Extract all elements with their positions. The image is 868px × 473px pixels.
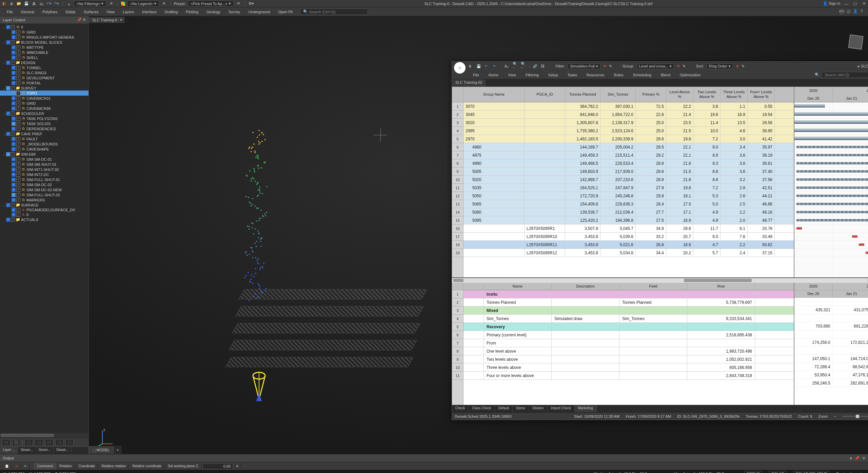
menu-polylines[interactable]: Polylines: [38, 8, 61, 15]
sched-menu-setup[interactable]: Setup: [544, 72, 563, 78]
layer-node[interactable]: ✓✓⧉SIM-SM-DC-02-NEW: [0, 187, 88, 192]
layer-tree[interactable]: -✓✓⧉0✓✓⧉GRID✓✓⧉RINGS-2-IMPORT-GENERA-✓✓📁…: [0, 24, 88, 433]
settings-icon[interactable]: ⚙▾: [249, 1, 254, 6]
save-icon[interactable]: 💾: [24, 1, 29, 6]
cmd-rotation[interactable]: Rotation: [57, 463, 75, 469]
tool-3[interactable]: ⬚: [25, 439, 33, 446]
menu-interface[interactable]: Interface: [138, 8, 161, 15]
axis-gizmo[interactable]: z: [96, 427, 116, 447]
layer-node[interactable]: ✓✓⧉CAVEBACK86: [0, 106, 88, 111]
layer-node[interactable]: ✓✓⧉GRID: [0, 29, 88, 35]
report-tab[interactable]: Marketing: [575, 405, 597, 412]
layer-node[interactable]: ✓✓◔TASK SOLIDS: [0, 121, 88, 126]
layer-node[interactable]: ✓✓⧉SIM-SM-SHUT-01: [0, 162, 88, 167]
summary-row[interactable]: Tonnes PlannedTonnes Planned5,739,779.69…: [463, 298, 794, 307]
print-icon[interactable]: 🖶: [31, 1, 37, 6]
toggle-polar[interactable]: POLAR: [769, 471, 786, 473]
new-icon[interactable]: 🗎: [9, 1, 14, 6]
sched-menu-rules[interactable]: Rules: [609, 72, 628, 78]
sched-undo-icon[interactable]: ↶: [485, 64, 490, 68]
layer-node[interactable]: ✓✓⧉SIM-FULL-SHUT-01: [0, 177, 88, 182]
sched-unlink-icon[interactable]: ⛓: [541, 64, 546, 68]
table-row[interactable]: L2970X5095R103,453.85,039.633.220.76.07.…: [463, 233, 794, 241]
sched-filter-dd[interactable]: Simulation-Full▾: [568, 63, 600, 69]
sched-group-dd[interactable]: Level and cross...▾: [637, 63, 674, 69]
filter-dropdown[interactable]: <No Filtering>▾: [74, 0, 106, 7]
col-header[interactable]: Level Above %: [666, 87, 693, 102]
layer-node[interactable]: ✓✓⧉PORTAL: [0, 80, 88, 85]
close-icon[interactable]: ✕: [861, 1, 867, 6]
menu-general[interactable]: General: [17, 8, 38, 15]
summary-row[interactable]: Recovery: [463, 323, 794, 331]
add-tab-icon[interactable]: +: [114, 448, 122, 452]
minimize-icon[interactable]: —: [844, 1, 849, 6]
table-row[interactable]: L2970X5095R113,453.85,021.626.816.64.72.…: [463, 241, 794, 249]
rec-icon[interactable]: REC: [839, 9, 844, 14]
layer-node[interactable]: ✓✓◔TASK POLYGONS: [0, 116, 88, 121]
summary-row[interactable]: Mixed: [463, 307, 794, 315]
global-search[interactable]: 🔍 Search (Ctrl+Q): [300, 8, 368, 15]
layer-node[interactable]: ✓✓APGCAMODELSURFACE_DX: [0, 208, 88, 212]
user-icon[interactable]: 👤: [853, 9, 858, 14]
layer-tab[interactable]: Geom...: [36, 447, 54, 454]
table-row[interactable]: 5080139,536.7212,036.427.717.14.92.248.1…: [463, 208, 794, 216]
col-header[interactable]: [463, 283, 484, 290]
tool-2[interactable]: ⬛: [12, 439, 20, 446]
menu-solids[interactable]: Solids: [61, 8, 80, 15]
report-tab[interactable]: Demo: [513, 405, 529, 412]
toggle-polar-rel[interactable]: POLAR RELATIVE: [793, 471, 830, 473]
layer-node[interactable]: -✓✓⧉0: [0, 24, 88, 29]
summary-row[interactable]: From: [463, 339, 794, 347]
layer-node[interactable]: -✓✓📁CAVE PREP: [0, 131, 88, 136]
table-row[interactable]: 4975149,459.3215,511.429.222.18.93.636.1…: [463, 151, 794, 159]
clear-legend-icon[interactable]: ✕: [161, 1, 167, 6]
menu-survey[interactable]: Survey: [224, 8, 244, 15]
table-row[interactable]: 5020142,869.7207,210.628.821.88.83.237.5…: [463, 176, 794, 184]
table-row[interactable]: 29701,492,183.52,200,339.928.619.87.23.0…: [463, 135, 794, 143]
table-row[interactable]: 30201,305,607.62,138,317.925.023.511.413…: [463, 119, 794, 127]
sched-summary-periods[interactable]: 20202021 Dec 20Jan 21Feb 21 435,321431,0…: [794, 283, 868, 405]
sched-menu-optimization[interactable]: Optimization: [675, 72, 705, 78]
refresh-icon[interactable]: ⟳: [236, 1, 241, 6]
report-tab[interactable]: Import Check: [547, 405, 574, 412]
menu-geology[interactable]: Geology: [202, 8, 224, 15]
cmd-clear-icon[interactable]: ✕: [13, 463, 21, 469]
table-row[interactable]: 4990149,468.5226,510.428.821.69.33.836.6…: [463, 159, 794, 167]
table-row[interactable]: 5035164,525.1247,847.927.919.67.22.842.5…: [463, 184, 794, 192]
layer-node[interactable]: ✓✓⧉GRID: [0, 101, 88, 106]
pin-icon[interactable]: 📌 ✕: [77, 18, 86, 22]
layer-node[interactable]: ✓✓⧉MATTYPE: [0, 45, 88, 50]
col-header[interactable]: Two Levels Above %: [693, 87, 721, 102]
col-header[interactable]: Name: [484, 283, 552, 290]
layer-node[interactable]: ✓✓⧉CAVEBACK01: [0, 96, 88, 101]
tool-5[interactable]: ⬚: [45, 439, 53, 446]
tool-4[interactable]: ⬚: [35, 439, 43, 446]
summary-row[interactable]: Sim_TonnesSimulated drawSim_Tonnes9,203,…: [463, 315, 794, 323]
sched-filter-clear[interactable]: ✕: [603, 64, 606, 68]
cmd-relcoord[interactable]: Relative coordinate: [130, 463, 164, 469]
cmd-command[interactable]: Command: [34, 463, 56, 469]
cmd-filter-icon[interactable]: ≡: [22, 463, 29, 469]
sched-menu-scheduling[interactable]: Scheduling: [628, 72, 656, 78]
document-tab[interactable]: SLC Training-0✕: [89, 17, 125, 23]
table-row[interactable]: 29951,735,380.22,523,124.625.021.510.04.…: [463, 127, 794, 135]
table-row[interactable]: L2970X5095R13,507.85,045.734.828.611.76.…: [463, 224, 794, 233]
sched-filter-edit[interactable]: ✎: [609, 64, 614, 68]
layer-node[interactable]: ✓✓A0: [0, 212, 88, 217]
cmd-coord[interactable]: Coordinate: [76, 463, 98, 469]
report-tab[interactable]: Default: [495, 405, 513, 412]
filter-icon[interactable]: ⟁: [66, 1, 72, 6]
cmd-wpz-dd[interactable]: ▾: [234, 463, 241, 469]
col-header[interactable]: Field: [619, 283, 687, 290]
undo-icon[interactable]: ↶▾: [46, 1, 52, 6]
table-row[interactable]: L2970X5095R123,453.85,034.634.420.25.72.…: [463, 249, 794, 257]
table-row[interactable]: 3070364,762.2387,030.172.522.23.61.10.55: [463, 102, 794, 111]
view-cube[interactable]: [848, 34, 863, 50]
close-tab-icon[interactable]: ✕: [120, 18, 122, 22]
layer-node[interactable]: ✓✓⧉RINGS-2-IMPORT-GENERA: [0, 35, 88, 40]
summary-row[interactable]: Primary (current level)2,518,895.438: [463, 331, 794, 339]
sched-group-edit[interactable]: ✎: [683, 64, 688, 68]
layer-h-scrollbar[interactable]: [0, 433, 88, 438]
layer-node[interactable]: ✓✓⧉TUNNEL: [0, 65, 88, 70]
col-header[interactable]: PGCA_ID: [525, 87, 565, 102]
